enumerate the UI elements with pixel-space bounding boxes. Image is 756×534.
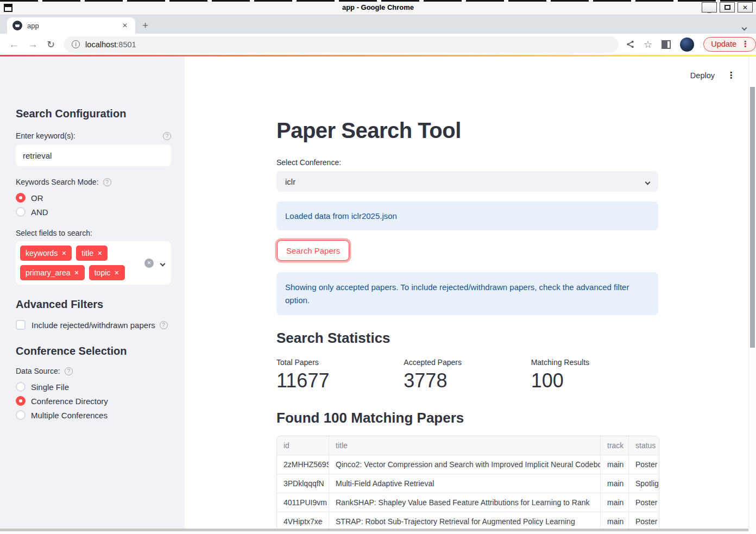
tab-label: app <box>27 22 120 30</box>
search-mode-help-icon[interactable]: ? <box>103 178 111 186</box>
sidebar-section-search-configuration: Search Configuration <box>16 108 171 120</box>
radio-single-file-label: Single File <box>31 382 69 392</box>
vertical-scrollbar-thumb[interactable] <box>750 87 755 348</box>
tag-primary-area-remove-icon[interactable]: ✕ <box>74 269 79 277</box>
window-close-button[interactable]: ✕ <box>738 2 753 12</box>
conference-selectbox[interactable]: iclr <box>276 171 658 192</box>
radio-option-single-file[interactable]: Single File <box>16 382 171 392</box>
radio-option-conference-directory[interactable]: Conference Directory <box>16 396 171 406</box>
radio-single-file-unselected[interactable] <box>16 382 26 392</box>
browser-toolbar: ← → ↻ i localhost:8501 ☆ Update ⋮ <box>0 34 756 55</box>
page-title: Paper Search Tool <box>276 117 658 143</box>
vertical-scrollbar[interactable] <box>748 56 756 531</box>
cell-title: Qinco2: Vector Compression and Search wi… <box>329 455 601 474</box>
column-header-track[interactable]: track <box>601 436 629 455</box>
radio-and-unselected[interactable] <box>16 207 26 217</box>
share-icon[interactable] <box>626 40 634 48</box>
include-rejected-help-icon[interactable]: ? <box>160 321 168 329</box>
multiselect-clear-all-icon[interactable]: ✕ <box>144 259 154 268</box>
column-header-id[interactable]: id <box>277 436 329 455</box>
tag-title-label: title <box>81 249 93 257</box>
tabstrip-chevron-icon[interactable] <box>742 22 746 32</box>
tag-topic-remove-icon[interactable]: ✕ <box>114 269 119 277</box>
search-papers-button[interactable]: Search Papers <box>277 240 349 261</box>
table-row[interactable]: 2zMHHZ569S Qinco2: Vector Compression an… <box>277 455 659 474</box>
multiselect-tags: keywords✕ title✕ primary_area✕ topic✕ <box>20 246 137 280</box>
screen: app - Google Chrome _ ✕ app ✕ + ← → ↻ i … <box>0 0 756 534</box>
close-icon: ✕ <box>742 4 748 11</box>
radio-and-label: AND <box>31 208 48 217</box>
results-table[interactable]: id title track status 2zMHHZ569S Qinco2:… <box>276 436 659 531</box>
toolbar-right: ☆ Update ⋮ <box>626 37 756 52</box>
tag-topic-label: topic <box>94 268 111 277</box>
radio-or-label: OR <box>31 193 43 203</box>
radio-multiple-conferences-label: Multiple Conferences <box>31 411 108 420</box>
metric-accepted-papers: Accepted Papers 3778 <box>404 358 531 392</box>
radio-or-selected[interactable] <box>16 193 26 203</box>
app-menu-dots-icon[interactable]: ⋮ <box>727 70 735 80</box>
column-header-status[interactable]: status <box>629 436 659 455</box>
tag-title[interactable]: title✕ <box>76 246 108 261</box>
chrome-update-button[interactable]: Update ⋮ <box>703 37 756 52</box>
cell-id: 4011PUI9vm <box>277 493 329 512</box>
tab-close-icon[interactable]: ✕ <box>120 21 130 30</box>
window-maximize-button[interactable] <box>720 2 735 12</box>
cell-title: Multi-Field Adaptive Retrieval <box>329 474 601 493</box>
new-tab-button[interactable]: + <box>142 20 148 30</box>
cell-id: 2zMHHZ569S <box>277 455 329 474</box>
include-rejected-checkbox[interactable] <box>16 320 26 330</box>
tag-keywords[interactable]: keywords✕ <box>20 246 72 261</box>
fields-multiselect[interactable]: keywords✕ title✕ primary_area✕ topic✕ ✕ <box>16 241 171 285</box>
metric-matching-results-label: Matching Results <box>531 358 658 367</box>
tag-title-remove-icon[interactable]: ✕ <box>97 250 102 257</box>
browser-menu-dots-icon[interactable]: ⋮ <box>741 40 749 48</box>
url-port: :8501 <box>116 40 136 49</box>
deploy-button[interactable]: Deploy <box>690 71 715 80</box>
reload-button[interactable]: ↻ <box>47 39 55 51</box>
radio-option-or[interactable]: OR <box>16 193 171 203</box>
results-title: Found 100 Matching Papers <box>276 410 658 425</box>
data-source-help-icon[interactable]: ? <box>65 367 73 375</box>
metric-total-papers: Total Papers 11677 <box>276 358 404 392</box>
side-panel-icon[interactable] <box>662 40 671 49</box>
forward-button[interactable]: → <box>28 39 38 51</box>
update-label: Update <box>711 40 736 48</box>
radio-conference-directory-selected[interactable] <box>16 396 26 406</box>
url-host: localhost <box>85 40 116 49</box>
table-row[interactable]: 3PDklqqqfN Multi-Field Adaptive Retrieva… <box>277 474 659 493</box>
metric-accepted-papers-value: 3778 <box>404 370 531 392</box>
include-rejected-checkbox-row[interactable]: Include rejected/withdrawn papers ? <box>16 320 171 330</box>
metrics-row: Total Papers 11677 Accepted Papers 3778 … <box>276 358 658 392</box>
radio-conference-directory-label: Conference Directory <box>31 397 108 406</box>
table-row[interactable]: 4011PUI9vm RankSHAP: Shapley Value Based… <box>277 493 659 512</box>
radio-multiple-conferences-unselected[interactable] <box>16 410 26 420</box>
profile-avatar[interactable] <box>680 37 694 52</box>
cell-track: main <box>601 455 629 474</box>
table-header-row: id title track status <box>277 436 659 455</box>
info-filter-box: Showing only accepted papers. To include… <box>276 272 658 315</box>
url-bar[interactable]: i localhost:8501 <box>64 36 619 53</box>
cell-track: main <box>601 493 629 512</box>
radio-option-and[interactable]: AND <box>16 207 171 217</box>
window-minimize-button[interactable]: _ <box>702 2 717 12</box>
keyword-label: Enter keyword(s): <box>16 131 75 140</box>
browser-tab-app[interactable]: app ✕ <box>7 17 135 34</box>
metric-matching-results: Matching Results 100 <box>531 358 658 392</box>
column-header-title[interactable]: title <box>329 436 601 455</box>
keyword-help-icon[interactable]: ? <box>163 132 171 140</box>
horizontal-scrollbar[interactable] <box>0 529 748 531</box>
metric-total-papers-value: 11677 <box>276 370 404 392</box>
back-button[interactable]: ← <box>9 39 19 51</box>
cell-id: 3PDklqqqfN <box>277 474 329 493</box>
tag-topic[interactable]: topic✕ <box>89 265 125 280</box>
tag-keywords-remove-icon[interactable]: ✕ <box>61 250 66 257</box>
keyword-input[interactable] <box>16 145 171 166</box>
radio-option-multiple-conferences[interactable]: Multiple Conferences <box>16 410 171 420</box>
multiselect-chevron-down-icon[interactable] <box>161 258 165 268</box>
bookmark-star-icon[interactable]: ☆ <box>644 39 652 51</box>
main-area: Deploy ⋮ Paper Search Tool Select Confer… <box>185 56 748 531</box>
tag-primary-area[interactable]: primary_area✕ <box>20 265 85 280</box>
cell-status: Poster <box>629 493 659 512</box>
site-info-icon[interactable]: i <box>72 40 80 48</box>
cell-title: RankSHAP: Shapley Value Based Feature At… <box>329 493 601 512</box>
